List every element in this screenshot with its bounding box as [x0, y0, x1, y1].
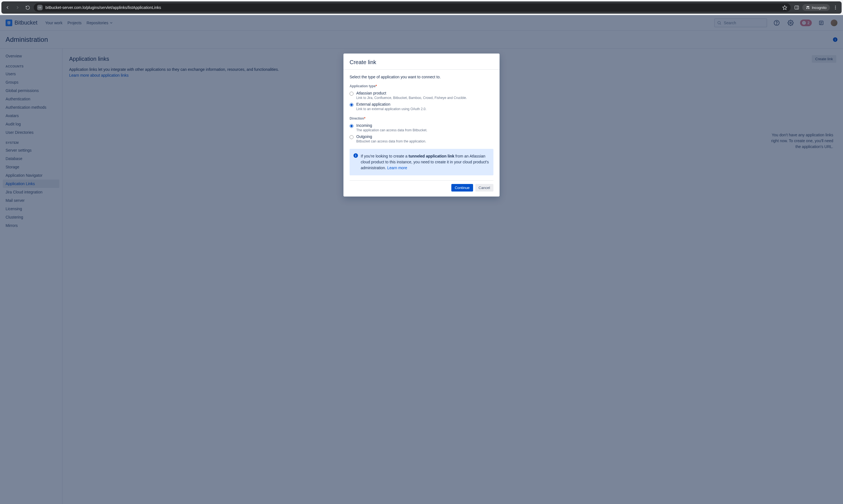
- svg-point-10: [835, 7, 836, 8]
- radio-external-label: External application: [356, 102, 427, 107]
- url-bar[interactable]: bitbucket-server.com.lo/plugins/servlet/…: [34, 3, 791, 12]
- radio-incoming[interactable]: Incoming The application can access data…: [349, 122, 494, 133]
- svg-rect-2: [39, 8, 40, 8]
- incognito-badge[interactable]: Incognito: [802, 4, 830, 11]
- radio-outgoing-label: Outgoing: [356, 134, 426, 139]
- create-link-modal: Create link Select the type of applicati…: [343, 54, 500, 197]
- radio-incoming-input[interactable]: [349, 124, 354, 128]
- continue-button[interactable]: Continue: [451, 184, 473, 192]
- svg-rect-4: [40, 7, 41, 8]
- svg-rect-1: [39, 7, 40, 8]
- radio-external-sub: Link to an external application using OA…: [356, 107, 427, 111]
- radio-external-application[interactable]: External application Link to an external…: [349, 101, 494, 112]
- radio-atlassian-sub: Link to Jira, Confluence, Bitbucket, Bam…: [356, 96, 467, 100]
- direction-label: Direction*: [349, 116, 494, 121]
- svg-rect-5: [40, 8, 41, 8]
- radio-atlassian-product[interactable]: Atlassian product Link to Jira, Confluen…: [349, 90, 494, 101]
- info-bold: tunneled application link: [409, 154, 454, 158]
- radio-atlassian-input[interactable]: [349, 92, 354, 96]
- info-learn-more-link[interactable]: Learn more: [387, 166, 407, 170]
- side-panel-icon[interactable]: [793, 4, 801, 12]
- svg-marker-6: [783, 5, 787, 10]
- bookmark-star-icon[interactable]: [782, 5, 787, 10]
- radio-outgoing[interactable]: Outgoing Bitbucket can access data from …: [349, 133, 494, 144]
- radio-incoming-sub: The application can access data from Bit…: [356, 128, 427, 132]
- radio-outgoing-sub: Bitbucket can access data from the appli…: [356, 139, 426, 143]
- back-button[interactable]: [4, 4, 12, 12]
- app-root: Bitbucket Your work Projects Repositorie…: [0, 15, 843, 504]
- incognito-label: Incognito: [812, 5, 827, 10]
- direction-group: Incoming The application can access data…: [349, 122, 494, 144]
- chrome-more-icon[interactable]: [831, 4, 839, 12]
- info-icon: i: [354, 153, 358, 158]
- svg-rect-7: [795, 6, 799, 9]
- forward-button[interactable]: [14, 4, 21, 12]
- application-type-label: Application type*: [349, 84, 494, 88]
- info-panel: i If you're looking to create a tunneled…: [349, 149, 494, 175]
- radio-outgoing-input[interactable]: [349, 135, 354, 139]
- radio-incoming-label: Incoming: [356, 123, 427, 128]
- modal-lead: Select the type of application you want …: [349, 75, 494, 79]
- svg-point-9: [835, 5, 836, 6]
- url-text: bitbucket-server.com.lo/plugins/servlet/…: [46, 5, 779, 10]
- browser-chrome: bitbucket-server.com.lo/plugins/servlet/…: [1, 1, 842, 14]
- radio-atlassian-label: Atlassian product: [356, 91, 467, 95]
- radio-external-input[interactable]: [349, 103, 354, 107]
- site-info-icon[interactable]: [37, 5, 43, 10]
- reload-button[interactable]: [24, 4, 32, 12]
- svg-point-11: [835, 8, 836, 10]
- modal-title: Create link: [349, 59, 494, 66]
- cancel-button[interactable]: Cancel: [475, 184, 494, 192]
- application-type-group: Atlassian product Link to Jira, Confluen…: [349, 90, 494, 112]
